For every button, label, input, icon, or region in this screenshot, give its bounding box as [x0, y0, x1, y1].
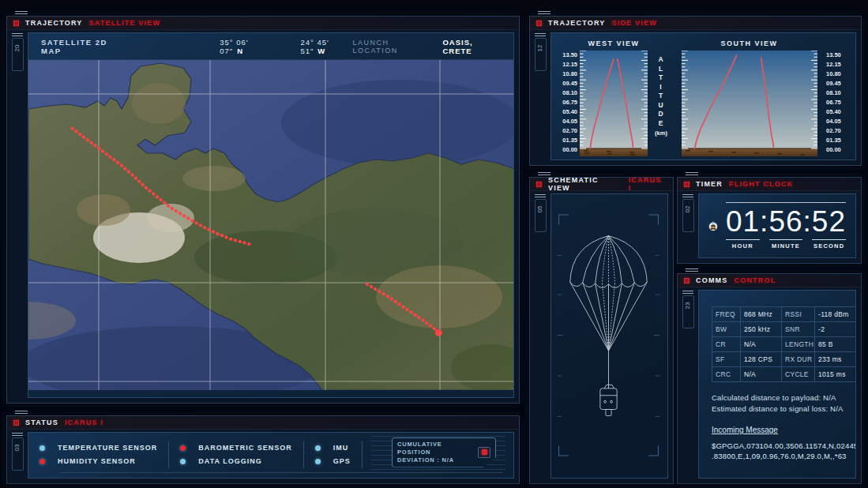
status-led [315, 459, 321, 464]
timer-content: 01:56:52 HOUR MINUTE SECOND [698, 193, 856, 258]
panel-schematic: SCHEMATIC VIEW ICARUS I 05 [529, 177, 674, 484]
sensor-column-1: TEMPERATURE SENSOR HUMIDITY SENSOR [28, 444, 168, 465]
cumulative-deviation-box: CUMULATIVE POSITION DEVIATION : N/A [392, 437, 496, 467]
minute-label: MINUTE [769, 239, 803, 250]
deviation-led-button[interactable] [478, 447, 490, 458]
panel-title: TRAJECTORY [25, 19, 83, 27]
map-content: SATELLITE 2D MAP 35° 06' 07"N 24° 45' 51… [28, 32, 514, 398]
panel-trajectory-satellite: TRAJECTORY SATELLITE VIEW 20 SATELLITE 2… [6, 16, 520, 404]
panel-close-icon[interactable] [684, 278, 690, 283]
panel-corner-dashes [15, 11, 28, 14]
south-view-chart: SOUTH VIEW [674, 38, 824, 156]
status-led [39, 459, 45, 464]
panel-gutter: 05 [530, 191, 550, 483]
panel-index-box: 20 [12, 38, 24, 71]
south-axis-labels: 13.5012.1510.8009.4508.1006.7505.4004.05… [824, 52, 849, 153]
panel-status: STATUS ICARUS I 03 TEMPERATURE SENSOR [6, 415, 520, 484]
panel-title: STATUS [25, 419, 58, 426]
distance-to-payload: Calculated distance to payload: N/A [712, 393, 844, 402]
nmea-message: $GPGGA,073104.00,3506.11574,N,02445 .838… [712, 441, 844, 461]
panel-index-box: 05 [535, 199, 547, 232]
table-row: BW250 kHz SNR-2 [712, 322, 856, 337]
panel-subtitle: ICARUS I [629, 176, 667, 192]
panel-header: COMMS CONTROL [678, 274, 861, 287]
deviation-label: CUMULATIVE POSITION [397, 441, 473, 456]
schematic-content [550, 193, 668, 479]
panel-comms: COMMS CONTROL 23 FREQ868 MHz RSSI-118 dB… [677, 273, 862, 484]
panel-gutter: 23 [678, 287, 698, 483]
panel-trajectory-sideview: TRAJECTORY SIDE VIEW 12 13.5012.1510.800… [529, 16, 862, 166]
mission-dashboard: TRAJECTORY SATELLITE VIEW 20 SATELLITE 2… [0, 0, 868, 488]
status-led [180, 445, 186, 451]
sensor-column-3: IMU GPS [304, 444, 362, 465]
status-item-imu: IMU [315, 444, 351, 452]
panel-header: STATUS ICARUS I [7, 416, 519, 430]
cumulative-deviation-widget: CUMULATIVE POSITION DEVIATION : N/A [371, 434, 505, 475]
launch-location-label: LAUNCH LOCATION [352, 39, 431, 54]
panel-close-icon[interactable] [536, 21, 542, 26]
latitude-readout: 35° 06' 07"N [220, 38, 270, 55]
panel-header: TRAJECTORY SATELLITE VIEW [7, 17, 519, 30]
panel-header: TIMER FLIGHT CLOCK [678, 178, 861, 191]
west-axis-labels: 13.5012.1510.8009.4508.1006.7505.4004.05… [554, 52, 580, 153]
panel-header: SCHEMATIC VIEW ICARUS I [530, 178, 673, 191]
status-led [39, 445, 45, 451]
map-toolbar: SATELLITE 2D MAP 35° 06' 07"N 24° 45' 51… [28, 33, 513, 60]
panel-close-icon[interactable] [536, 182, 542, 187]
panel-close-icon[interactable] [13, 420, 19, 426]
satellite-map[interactable] [28, 60, 514, 390]
status-item-gps: GPS [315, 457, 351, 465]
table-row: SF128 CPS RX DUR233 ms [712, 352, 856, 367]
west-view-title: WEST VIEW [588, 39, 640, 47]
incoming-message-title: Incoming Message [712, 426, 844, 434]
map-mode-label: SATELLITE 2D MAP [41, 38, 125, 55]
coordinates: 35° 06' 07"N 24° 45' 51"W [220, 38, 352, 55]
panel-title: TRAJECTORY [548, 19, 606, 27]
status-item-datalogging: DATA LOGGING [180, 457, 292, 465]
comms-content: FREQ868 MHz RSSI-118 dBm BW250 kHz SNR-2… [698, 290, 856, 479]
panel-title: TIMER [696, 180, 723, 188]
panel-gutter: 02 [678, 191, 698, 263]
astronaut-mascot-icon [708, 201, 718, 250]
radio-parameters-table: FREQ868 MHz RSSI-118 dBm BW250 kHz SNR-2… [712, 306, 856, 382]
table-row: FREQ868 MHz RSSI-118 dBm [712, 307, 856, 322]
panel-gutter: 12 [530, 30, 550, 165]
panel-index-box: 03 [12, 437, 24, 471]
flight-clock-time: 01:56:52 [726, 206, 846, 238]
status-led [315, 445, 321, 451]
panel-subtitle: ICARUS I [65, 419, 103, 426]
panel-header: TRAJECTORY SIDE VIEW [530, 17, 861, 30]
panel-gutter: 20 [7, 30, 28, 403]
west-view-chart: WEST VIEW [580, 38, 648, 156]
panel-subtitle: CONTROL [735, 276, 776, 284]
sensor-column-2: BAROMETRIC SENSOR DATA LOGGING [169, 444, 303, 465]
launch-location-value: OASIS, CRETE [442, 38, 501, 55]
panel-subtitle: SIDE VIEW [612, 19, 657, 27]
panel-title: SCHEMATIC VIEW [548, 176, 622, 192]
parachute-drawing [570, 236, 648, 416]
panel-index-box: 12 [535, 38, 547, 71]
south-view-title: SOUTH VIEW [720, 39, 777, 47]
panel-timer: TIMER FLIGHT CLOCK 02 [677, 177, 862, 264]
status-item-humidity: HUMIDITY SENSOR [39, 457, 157, 465]
panel-gutter: 03 [7, 430, 28, 483]
sideview-content: 13.5012.1510.8009.4508.1006.7505.4004.05… [550, 32, 856, 160]
longitude-readout: 24° 45' 51"W [300, 38, 352, 55]
status-item-barometric: BAROMETRIC SENSOR [180, 444, 292, 452]
panel-subtitle: SATELLITE VIEW [89, 19, 161, 27]
panel-index-box: 23 [682, 295, 694, 328]
status-led [180, 459, 186, 464]
panel-close-icon[interactable] [684, 182, 690, 187]
table-row: CRN/A LENGTH85 B [712, 337, 856, 352]
panel-close-icon[interactable] [13, 21, 19, 26]
table-row: CRCN/A CYCLE1015 ms [712, 367, 856, 382]
panel-title: COMMS [696, 276, 728, 284]
deviation-value: DEVIATION : N/A [397, 456, 473, 464]
status-item-temperature: TEMPERATURE SENSOR [39, 444, 157, 452]
hour-label: HOUR [726, 239, 760, 250]
panel-subtitle: FLIGHT CLOCK [729, 180, 793, 188]
distance-to-signal-loss: Estimated distance to signal loss: N/A [712, 404, 844, 413]
parachute-schematic [556, 201, 661, 470]
panel-index-box: 02 [682, 199, 694, 232]
flight-clock: 01:56:52 HOUR MINUTE SECOND [726, 202, 846, 250]
